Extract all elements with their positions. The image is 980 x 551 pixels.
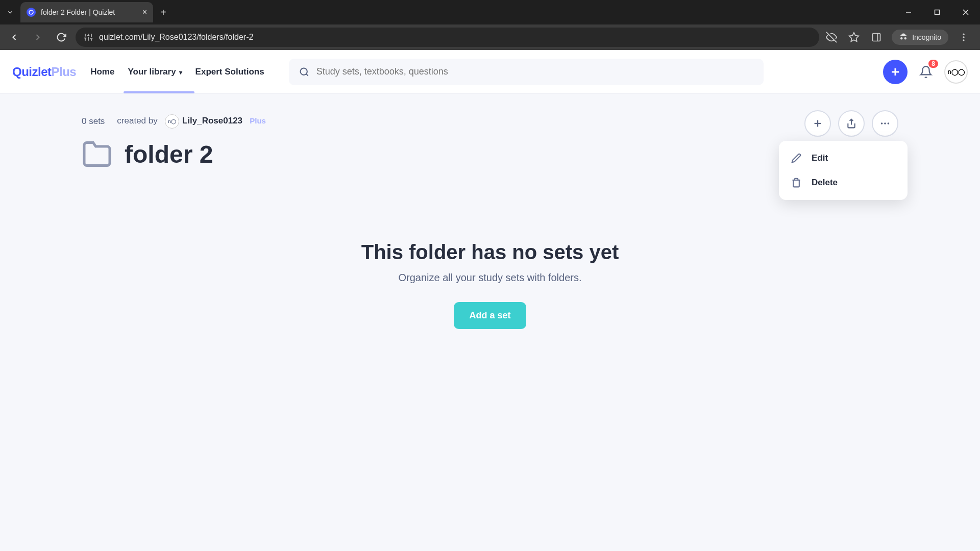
dropdown-delete-label: Delete xyxy=(812,178,838,188)
logo-plus: Plus xyxy=(52,65,77,79)
tab-title: folder 2 Folder | Quizlet xyxy=(41,8,137,16)
close-window-button[interactable] xyxy=(951,2,980,22)
page-content: QuizletPlus Home Your library▾ Expert So… xyxy=(0,50,980,551)
quizlet-logo[interactable]: QuizletPlus xyxy=(12,65,76,79)
window-controls xyxy=(894,2,980,22)
creator-username[interactable]: Lily_Rose0123 xyxy=(182,116,242,126)
minimize-button[interactable] xyxy=(894,2,923,22)
add-set-button[interactable]: Add a set xyxy=(454,302,526,329)
svg-marker-16 xyxy=(849,33,859,41)
more-options-button[interactable] xyxy=(872,110,898,137)
nav-home[interactable]: Home xyxy=(90,52,114,92)
dropdown-edit-label: Edit xyxy=(812,153,828,163)
svg-point-19 xyxy=(963,34,964,35)
incognito-label: Incognito xyxy=(912,33,941,41)
plus-badge: Plus xyxy=(250,116,266,125)
forward-button[interactable] xyxy=(29,28,47,46)
browser-tab[interactable]: folder 2 Folder | Quizlet × xyxy=(20,2,153,22)
tab-search-dropdown[interactable] xyxy=(0,3,20,21)
search-input[interactable] xyxy=(316,66,753,77)
incognito-indicator[interactable]: Incognito xyxy=(892,30,948,45)
folder-icon xyxy=(82,139,112,169)
site-header: QuizletPlus Home Your library▾ Expert So… xyxy=(0,50,980,94)
address-bar[interactable]: quizlet.com/Lily_Rose0123/folders/folder… xyxy=(76,28,819,47)
side-panel-icon[interactable] xyxy=(869,30,884,44)
main-nav: Home Your library▾ Expert Solutions xyxy=(90,52,264,92)
svg-point-30 xyxy=(884,122,886,124)
folder-title-row: folder 2 xyxy=(82,139,898,169)
new-tab-button[interactable]: + xyxy=(153,7,174,18)
chevron-down-icon: ▾ xyxy=(179,69,182,76)
search-icon xyxy=(299,67,309,77)
url-text: quizlet.com/Lily_Rose0123/folders/folder… xyxy=(99,33,253,42)
nav-your-library[interactable]: Your library▾ xyxy=(128,52,182,92)
edit-icon xyxy=(791,153,802,163)
create-button[interactable] xyxy=(883,60,908,84)
nav-expert-solutions[interactable]: Expert Solutions xyxy=(195,52,264,92)
site-settings-icon[interactable] xyxy=(84,33,93,42)
folder-content: 0 sets created by n◯Lily_Rose0123 Plus f… xyxy=(0,94,980,349)
empty-heading: This folder has no sets yet xyxy=(82,241,898,264)
eye-off-icon[interactable] xyxy=(824,30,839,44)
folder-actions xyxy=(804,110,898,137)
logo-main: Quizlet xyxy=(12,65,52,79)
reload-button[interactable] xyxy=(52,28,70,46)
maximize-button[interactable] xyxy=(923,2,951,22)
search-bar[interactable] xyxy=(289,59,764,85)
created-by-label: created by xyxy=(117,116,157,126)
svg-point-22 xyxy=(300,68,307,74)
svg-rect-3 xyxy=(935,10,940,15)
svg-point-20 xyxy=(963,36,964,38)
sets-count: 0 sets xyxy=(82,116,105,127)
share-button[interactable] xyxy=(838,110,865,137)
svg-point-31 xyxy=(888,122,890,124)
browser-menu-icon[interactable] xyxy=(957,30,971,44)
svg-point-21 xyxy=(963,39,964,41)
browser-toolbar: quizlet.com/Lily_Rose0123/folders/folder… xyxy=(0,24,980,50)
empty-subtext: Organize all your study sets with folder… xyxy=(82,272,898,284)
folder-meta: 0 sets created by n◯Lily_Rose0123 Plus xyxy=(82,114,898,129)
empty-state: This folder has no sets yet Organize all… xyxy=(82,241,898,329)
notification-badge: 8 xyxy=(928,60,938,68)
browser-titlebar: folder 2 Folder | Quizlet × + xyxy=(0,0,980,24)
svg-line-23 xyxy=(306,73,308,76)
add-button[interactable] xyxy=(804,110,831,137)
incognito-icon xyxy=(899,33,908,42)
user-avatar[interactable]: n◯◯ xyxy=(944,60,968,84)
delete-icon xyxy=(791,178,802,188)
svg-point-29 xyxy=(881,122,883,124)
notifications-button[interactable]: 8 xyxy=(916,62,936,82)
folder-title: folder 2 xyxy=(125,140,213,168)
tab-close-icon[interactable]: × xyxy=(142,8,147,17)
options-dropdown: Edit Delete xyxy=(779,141,908,200)
quizlet-favicon xyxy=(27,8,36,17)
back-button[interactable] xyxy=(5,28,23,46)
dropdown-delete[interactable]: Delete xyxy=(779,170,908,195)
bookmark-star-icon[interactable] xyxy=(847,30,861,44)
creator-avatar: n◯ xyxy=(165,114,179,129)
svg-rect-17 xyxy=(873,34,880,41)
dropdown-edit[interactable]: Edit xyxy=(779,146,908,170)
